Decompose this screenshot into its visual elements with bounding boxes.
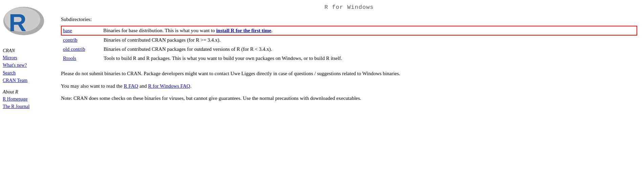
mirrors-link[interactable]: Mirrors [3, 54, 51, 62]
subdirectories-table-wrapper: base Binaries for base distribution. Thi… [61, 26, 637, 63]
r-journal-link[interactable]: The R Journal [3, 103, 51, 110]
rwindowsfaq-link[interactable]: R for Windows FAQ [148, 83, 190, 89]
subdirectories-table: contrib Binaries of contributed CRAN pac… [61, 36, 637, 63]
page-wrapper: R CRAN Mirrors What's new? Search CRAN T… [0, 0, 644, 172]
contrib-link-cell: contrib [61, 36, 102, 45]
r-logo: R [3, 3, 47, 37]
rtools-description: Tools to build R and R packages. This is… [102, 54, 637, 63]
old-contrib-row: old contrib Binaries of contributed CRAN… [61, 45, 637, 54]
cran-team-link[interactable]: CRAN Team [3, 77, 51, 84]
contrib-row: contrib Binaries of contributed CRAN pac… [61, 36, 637, 45]
main-content: R for Windows Subdirectories: base Binar… [54, 0, 644, 172]
cran-section-label: CRAN [3, 48, 51, 53]
base-link-cell: base [61, 26, 102, 35]
contrib-link[interactable]: contrib [63, 37, 78, 43]
rtools-link[interactable]: Rtools [63, 56, 76, 61]
page-title: R for Windows [61, 4, 637, 10]
rtools-link-cell: Rtools [61, 54, 102, 63]
search-link[interactable]: Search [3, 69, 51, 77]
svg-text:R: R [9, 9, 26, 36]
about-section-label: About R [3, 89, 51, 95]
subdirectories-highlighted-row: base Binaries for base distribution. Thi… [61, 26, 637, 36]
contrib-description: Binaries of contributed CRAN packages (f… [102, 36, 637, 45]
base-description: Binaries for base distribution. This is … [102, 26, 637, 35]
paragraph-3: Note: CRAN does some checks on these bin… [61, 94, 637, 102]
whats-new-link[interactable]: What's new? [3, 62, 51, 69]
subdirectories-label: Subdirectories: [61, 17, 637, 22]
sidebar: R CRAN Mirrors What's new? Search CRAN T… [0, 0, 54, 172]
install-r-first-time-link[interactable]: install R for the first time [216, 28, 271, 33]
base-link[interactable]: base [63, 28, 72, 33]
rtools-row: Rtools Tools to build R and R packages. … [61, 54, 637, 63]
base-row: base Binaries for base distribution. Thi… [61, 26, 637, 35]
old-contrib-description: Binaries of contributed CRAN packages fo… [102, 45, 637, 54]
old-contrib-link[interactable]: old contrib [63, 46, 85, 52]
old-contrib-link-cell: old contrib [61, 45, 102, 54]
paragraph-1: Please do not submit binaries to CRAN. P… [61, 70, 637, 78]
paragraph-2: You may also want to read the R FAQ and … [61, 82, 637, 90]
rfaq-link[interactable]: R FAQ [124, 83, 138, 89]
r-homepage-link[interactable]: R Homepage [3, 95, 51, 103]
